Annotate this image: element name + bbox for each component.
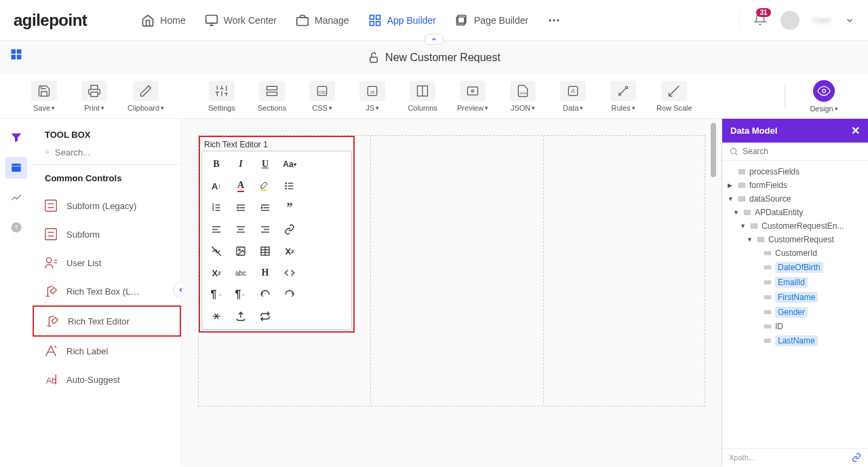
- rte-font-color[interactable]: A: [231, 177, 251, 195]
- settings-button[interactable]: Settings: [205, 81, 239, 112]
- tool-item-subform[interactable]: Subform: [33, 220, 181, 248]
- toolbox-search[interactable]: [33, 147, 181, 165]
- print-button[interactable]: Print▾: [77, 81, 111, 112]
- rte-highlight[interactable]: [255, 177, 275, 195]
- rte-image[interactable]: [231, 242, 251, 260]
- close-icon[interactable]: ✕: [851, 124, 860, 137]
- tree-id[interactable]: ID: [725, 320, 865, 333]
- tool-item-auto-suggest[interactable]: Ab Auto-Suggest: [33, 365, 181, 394]
- top-right: 31 User: [739, 11, 854, 30]
- tool-item-label: Rich Text Editor: [68, 316, 130, 326]
- nav-home[interactable]: Home: [141, 14, 185, 27]
- rte-ltr[interactable]: ¶→: [206, 286, 226, 303]
- nav-app-builder[interactable]: App Builder: [368, 14, 436, 27]
- rte-redo[interactable]: [279, 286, 300, 303]
- tool-item-rich-label[interactable]: Rich Label: [33, 337, 181, 365]
- rail-toolbox[interactable]: [5, 157, 27, 179]
- data-model-search-input[interactable]: [743, 147, 861, 156]
- row-scale-button[interactable]: Row Scale: [656, 81, 692, 112]
- rte-indent[interactable]: [255, 199, 275, 217]
- tree-customer-request[interactable]: ▼CustomerRequest: [725, 233, 865, 246]
- rte-undo[interactable]: [255, 286, 275, 303]
- tool-item-subform-legacy[interactable]: Subform (Legacy): [33, 191, 181, 220]
- rte-italic[interactable]: I: [231, 155, 251, 173]
- rte-strike[interactable]: X: [206, 307, 226, 325]
- tree-ap-data-entity[interactable]: ▼APDataEntity: [725, 206, 865, 219]
- toolbox-search-input[interactable]: [55, 147, 169, 157]
- rte-align-right[interactable]: [255, 221, 275, 238]
- design-button[interactable]: Design▾: [807, 80, 841, 113]
- rte-blockquote[interactable]: ”: [279, 199, 300, 217]
- xpath-bar[interactable]: Xpath...: [722, 448, 868, 466]
- rte-rtl[interactable]: ¶←: [231, 286, 251, 303]
- layout-row[interactable]: Rich Text Editor 1 B I U Aa▾ A↕ A: [198, 135, 705, 407]
- rte-unlink[interactable]: [206, 242, 226, 260]
- tree-process-fields[interactable]: processFields: [725, 165, 865, 179]
- tree-date-of-birth[interactable]: DateOfBirth: [725, 260, 865, 275]
- data-button[interactable]: A Data▾: [556, 81, 590, 112]
- rte-export[interactable]: [231, 307, 251, 325]
- css-button[interactable]: CSS CSS▾: [305, 81, 339, 112]
- nav-more[interactable]: [547, 14, 561, 27]
- rte-bullet-list[interactable]: [279, 177, 300, 195]
- chevron-down-icon[interactable]: [845, 16, 854, 25]
- rte-align-left[interactable]: [206, 221, 226, 238]
- js-button[interactable]: JS JS▾: [355, 81, 389, 112]
- avatar[interactable]: [781, 11, 800, 30]
- rail-filter[interactable]: [5, 127, 27, 149]
- clipboard-button[interactable]: Clipboard▾: [127, 81, 164, 112]
- rte-superscript[interactable]: X2: [279, 242, 300, 260]
- save-button[interactable]: Save▾: [27, 81, 61, 112]
- tree-gender[interactable]: Gender: [725, 305, 865, 320]
- tree-data-source[interactable]: ▼dataSource: [725, 192, 865, 206]
- canvas[interactable]: Rich Text Editor 1 B I U Aa▾ A↕ A: [182, 119, 722, 466]
- collapse-tab[interactable]: [425, 34, 443, 45]
- rte-bold[interactable]: B: [206, 155, 226, 173]
- columns-button[interactable]: Columns: [406, 81, 439, 112]
- layout-col-2[interactable]: [370, 136, 532, 406]
- rte-table[interactable]: [255, 242, 275, 260]
- tool-item-user-list[interactable]: User List: [33, 248, 181, 277]
- rte-case[interactable]: Aa▾: [279, 155, 300, 173]
- tree-customer-id[interactable]: CustomerId: [725, 246, 865, 260]
- rte-numbered-list[interactable]: 123: [206, 199, 226, 217]
- notification-button[interactable]: 31: [753, 12, 767, 28]
- apps-icon-button[interactable]: [9, 48, 23, 63]
- rte-subscript[interactable]: X2: [206, 264, 226, 282]
- rte-align-center[interactable]: [231, 221, 251, 238]
- svg-rect-26: [267, 86, 277, 90]
- rte-link[interactable]: [279, 221, 300, 238]
- tree-email-id[interactable]: EmailId: [725, 275, 865, 290]
- rte-code[interactable]: [279, 264, 300, 282]
- rail-text[interactable]: T: [5, 217, 27, 238]
- rte-font-size[interactable]: A↕: [206, 177, 226, 195]
- sections-button[interactable]: Sections: [255, 81, 289, 112]
- nav-work-center[interactable]: Work Center: [205, 14, 277, 27]
- tree-customer-request-en[interactable]: ▼CustomerRequestEn...: [725, 219, 865, 233]
- toolbox-title: TOOL BOX: [33, 119, 181, 147]
- rte-heading[interactable]: H: [255, 264, 275, 282]
- tree-last-name[interactable]: LastName: [725, 333, 865, 348]
- layout-col-1[interactable]: Rich Text Editor 1 B I U Aa▾ A↕ A: [199, 136, 359, 406]
- rules-button[interactable]: Rules▾: [606, 81, 640, 112]
- nav-app-builder-label: App Builder: [387, 15, 436, 26]
- rich-text-editor-widget[interactable]: Rich Text Editor 1 B I U Aa▾ A↕ A: [199, 136, 355, 333]
- layout-col-3[interactable]: [543, 136, 705, 406]
- nav-manage[interactable]: Manage: [296, 14, 349, 27]
- rte-loop[interactable]: [255, 307, 275, 325]
- tool-item-rich-text-editor[interactable]: Rich Text Editor: [33, 305, 181, 337]
- preview-button[interactable]: Preview▾: [456, 81, 490, 112]
- json-button[interactable]: JSON JSON▾: [506, 81, 540, 112]
- rte-clear-format[interactable]: abc: [231, 264, 251, 282]
- canvas-scrollbar[interactable]: [711, 123, 716, 177]
- rail-stats[interactable]: [5, 187, 27, 208]
- tool-item-rich-text-box[interactable]: Rich Text Box (L…: [33, 277, 181, 305]
- link-icon[interactable]: [852, 453, 861, 462]
- rte-underline[interactable]: U: [255, 155, 275, 173]
- svg-rect-3: [376, 15, 380, 19]
- rte-outdent[interactable]: [231, 199, 251, 217]
- tree-first-name[interactable]: FirstName: [725, 290, 865, 305]
- nav-page-builder[interactable]: Page Builder: [455, 14, 528, 27]
- data-model-search[interactable]: [722, 143, 868, 161]
- tree-form-fields[interactable]: ▶formFields: [725, 179, 865, 192]
